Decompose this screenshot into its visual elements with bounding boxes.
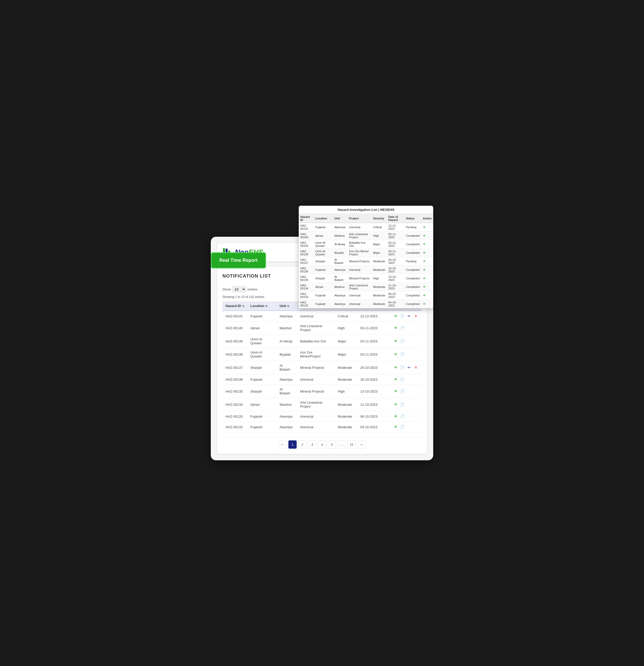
page-number-button[interactable]: 3	[308, 440, 316, 449]
document-icon[interactable]: 📄	[400, 352, 405, 357]
view-icon[interactable]: 👁	[393, 389, 398, 394]
view-icon[interactable]: 👁	[393, 352, 398, 357]
delete-icon[interactable]: ✕	[413, 365, 419, 370]
view-icon[interactable]: 👁	[393, 338, 398, 344]
document-icon[interactable]: 📄	[400, 314, 405, 319]
pagination: ← 12345...15 →	[222, 438, 422, 449]
table-row: HAZ-00141FujairahAkamiyachemicalCritical…	[222, 311, 422, 321]
show-entries: Show 10 25 50 100 entries	[222, 286, 258, 292]
table-cell: HAZ-00136	[222, 374, 247, 385]
table-cell: HAZ-00141	[222, 311, 247, 321]
view-icon[interactable]: 👁	[393, 377, 398, 382]
report-cell: Mineral Projects	[348, 257, 372, 266]
document-icon[interactable]: 📄	[400, 414, 405, 419]
report-cell: Major	[372, 240, 387, 249]
edit-icon[interactable]: ✏	[407, 365, 412, 370]
action-cell: 👁📄✏✕	[390, 311, 422, 321]
report-cell: Fujairah	[314, 291, 333, 300]
action-view-icon[interactable]: 👁	[423, 226, 426, 229]
report-col-header: Action	[421, 214, 433, 223]
page-number-button[interactable]: ...	[338, 440, 346, 449]
table-cell: Fujairah	[247, 311, 276, 321]
action-view-icon[interactable]: 👁	[423, 277, 426, 280]
table-cell: HAZ-00140	[222, 321, 247, 335]
table-cell: Iron Ore Mines/Project	[297, 348, 335, 361]
document-icon[interactable]: 📄	[400, 389, 405, 394]
next-page-button[interactable]: →	[357, 440, 366, 449]
action-view-icon[interactable]: 👁	[423, 294, 426, 297]
view-icon[interactable]: 👁	[393, 314, 398, 319]
view-icon[interactable]: 👁	[393, 424, 398, 430]
action-view-icon[interactable]: 👁	[423, 302, 426, 305]
report-cell: Pending	[405, 257, 421, 266]
report-cell: 03-11-2023	[387, 240, 404, 249]
action-cell: 👁📄	[390, 422, 422, 432]
table-cell: HAZ-00133	[222, 411, 247, 422]
action-view-icon[interactable]: 👁	[423, 285, 426, 288]
table-cell: 26-10-2023	[357, 361, 390, 374]
report-cell: Completed	[405, 274, 421, 283]
action-cell: 👁📄✏✕	[390, 361, 422, 374]
table-cell: 03-11-2023	[357, 321, 390, 335]
table-cell: Fujairah	[247, 374, 276, 385]
view-icon[interactable]: 👁	[393, 326, 398, 331]
svg-point-2	[223, 248, 225, 250]
table-cell: High	[335, 385, 357, 398]
page-number-button[interactable]: 5	[328, 440, 336, 449]
report-cell: Moderate	[372, 300, 387, 308]
table-cell: Mineral Projects	[297, 385, 335, 398]
action-view-icon[interactable]: 👁	[423, 251, 426, 254]
report-cell: Sharjah	[314, 257, 333, 266]
document-icon[interactable]: 📄	[400, 424, 405, 430]
report-cell: Akamiya	[333, 266, 348, 274]
report-cell: Completed	[405, 240, 421, 249]
action-view-icon[interactable]: 👁	[423, 234, 426, 237]
page-number-button[interactable]: 1	[288, 440, 296, 449]
report-cell: Completed	[405, 249, 421, 257]
edit-icon[interactable]: ✏	[407, 314, 412, 319]
document-icon[interactable]: 📄	[400, 377, 405, 382]
page-number-button[interactable]: 4	[318, 440, 326, 449]
section-title: NOTIFICATION LIST	[222, 274, 271, 279]
report-cell: Umm Al Quwain	[314, 240, 333, 249]
table-cell: Akamiya	[276, 374, 297, 385]
action-cell: 👁📄	[390, 335, 422, 348]
report-col-header: Severity	[372, 214, 387, 223]
prev-page-button[interactable]: ←	[278, 440, 287, 449]
document-icon[interactable]: 📄	[400, 326, 405, 331]
report-cell: Mineral Projects	[348, 274, 372, 283]
document-icon[interactable]: 📄	[400, 402, 405, 407]
sort-icon: ⇅	[242, 305, 244, 308]
report-cell: 13-10-2023	[387, 274, 404, 283]
report-cell: Completed	[405, 283, 421, 291]
report-cell: HAZ-00139	[299, 240, 314, 249]
table-cell: Akamiya	[276, 422, 297, 432]
real-time-report-button[interactable]: Real Time Report	[211, 252, 266, 268]
report-cell: 03-11-2023	[387, 231, 404, 240]
table-cell: HAZ-00139	[222, 335, 247, 348]
delete-icon[interactable]: ✕	[413, 314, 419, 319]
page-number-button[interactable]: 15	[348, 440, 356, 449]
report-cell: chemical	[348, 291, 372, 300]
report-cell: Completed	[405, 291, 421, 300]
report-col-header: Project	[348, 214, 372, 223]
report-col-header: Location	[314, 214, 333, 223]
report-cell: 👁	[421, 231, 433, 240]
document-icon[interactable]: 📄	[400, 338, 405, 344]
action-cell: 👁📄	[390, 385, 422, 398]
report-col-header: Status	[405, 214, 421, 223]
page-number-button[interactable]: 2	[298, 440, 306, 449]
report-row: HAZ-00140AjmanMasfoutArki Limestone Proj…	[299, 231, 433, 240]
action-view-icon[interactable]: 👁	[423, 260, 426, 263]
document-icon[interactable]: 📄	[400, 365, 405, 370]
report-cell: HAZ-00135	[299, 274, 314, 283]
entries-select[interactable]: 10 25 50 100	[233, 286, 246, 292]
report-cell: 12-12-2023	[387, 223, 404, 231]
table-cell: 03-11-2023	[357, 335, 390, 348]
view-icon[interactable]: 👁	[393, 365, 398, 370]
action-view-icon[interactable]: 👁	[423, 268, 426, 271]
action-view-icon[interactable]: 👁	[423, 243, 426, 246]
view-icon[interactable]: 👁	[393, 402, 398, 407]
view-icon[interactable]: 👁	[393, 414, 398, 419]
report-cell: Biyatah	[333, 249, 348, 257]
